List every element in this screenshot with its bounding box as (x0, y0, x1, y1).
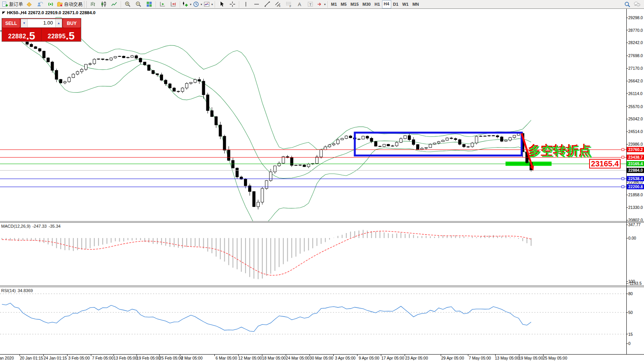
new-order-button[interactable]: 新订单 (1, 0, 24, 8)
auto-scroll-icon (160, 1, 166, 7)
new-chart-dropdown-caret[interactable]: ▾ (190, 3, 191, 6)
toolbar-drag-handle[interactable] (84, 1, 87, 8)
horizontal-line-button[interactable] (251, 0, 262, 8)
market-button[interactable] (24, 0, 35, 8)
price-callout-text: 23165.4 (591, 159, 619, 168)
time-axis-label: 7 Feb 05:00 (92, 356, 114, 360)
chart-title: HK50-,H4 22672.0 22919.0 22671.0 22884.0 (2, 10, 96, 15)
chart-shift-icon (170, 1, 176, 7)
line-handle[interactable] (622, 177, 624, 180)
tile-windows-icon (146, 1, 152, 7)
trendline-icon (264, 1, 270, 7)
line-chart-button[interactable] (109, 0, 120, 8)
crosshair-button[interactable] (227, 0, 238, 8)
volume-decrease-button[interactable]: ▼ (21, 19, 28, 27)
candlestick-chart-button[interactable] (98, 0, 109, 8)
signals-button[interactable] (45, 0, 56, 8)
svg-text:A: A (298, 2, 301, 7)
vertical-line-button[interactable] (240, 0, 251, 8)
timeframe-h4[interactable]: H4 (382, 0, 391, 8)
new-chart-button[interactable]: ▾ (181, 0, 192, 8)
chat-icon[interactable] (634, 1, 641, 7)
trendline-button[interactable] (262, 0, 273, 8)
time-axis-label: 2 Mar 05:00 (181, 356, 203, 360)
fibonacci-button[interactable]: F (283, 0, 294, 8)
line-handle[interactable] (622, 148, 624, 151)
rsi-name: RSI(14) (1, 288, 16, 293)
chart-shift-button[interactable] (168, 0, 179, 8)
text-label-button[interactable]: T (305, 0, 316, 8)
cursor-button[interactable] (216, 0, 227, 8)
timeframe-mn[interactable]: MN (410, 1, 421, 8)
price-tick-label: 28770.0 (628, 28, 643, 33)
time-axis-label: 25 Feb 05:00 (159, 356, 183, 360)
time-axis-label: 17 Apr 05:00 (381, 356, 404, 360)
price-tag-text: 22200.8 (628, 184, 643, 189)
buy-button[interactable]: BUY (63, 19, 81, 28)
chart-ohlc-values: 22672.0 22919.0 22671.0 22884.0 (28, 10, 96, 15)
pivot-annotation[interactable]: 多空转折点 (529, 144, 592, 158)
text-button[interactable]: A (294, 0, 305, 8)
price-tick-label: 27698.0 (628, 53, 643, 58)
timeframe-m1[interactable]: M1 (329, 1, 339, 8)
timeframe-h1[interactable]: H1 (372, 1, 382, 8)
bar-chart-button[interactable] (87, 0, 98, 8)
vertical-line-icon (243, 1, 249, 7)
time-axis-label: 18 Mar 05:00 (262, 356, 286, 360)
line-handle[interactable] (622, 186, 624, 188)
sell-button[interactable]: SELL (2, 19, 20, 28)
candlestick-chart-icon (100, 1, 107, 7)
timeframe-d1[interactable]: D1 (391, 1, 400, 8)
search-icon[interactable] (624, 1, 631, 8)
price-tick-label: 24514.0 (628, 129, 643, 134)
time-axis-label: 3 Feb 05:00 (68, 356, 90, 360)
market-icon (26, 1, 32, 7)
equidistant-channel-button[interactable]: E (273, 0, 283, 8)
timeframe-w1[interactable]: W1 (400, 1, 411, 8)
zoom-in-icon (125, 1, 131, 7)
chart-canvas: 多空转折点多空转折点23165.429298.028770.028242.027… (0, 9, 644, 363)
rsi-axis-label: 100 (628, 279, 635, 284)
time-axis-label: 24 Jan 01:15 (44, 356, 67, 360)
volume-input[interactable]: 1.00 (28, 19, 55, 27)
macd-axis-label: 0.00 (628, 236, 636, 240)
buy-price-button[interactable]: 22895 .5 (42, 28, 81, 41)
arrows-button[interactable]: ▾ (316, 0, 326, 8)
macd-name: MACD(12,26,9) (1, 224, 30, 228)
sell-price-frac: .5 (26, 31, 35, 41)
svg-text:E: E (279, 5, 281, 7)
chart-shift-marker (2, 11, 5, 14)
community-button[interactable] (35, 0, 45, 8)
price-tag-text: 22538.4 (628, 176, 643, 181)
line-chart-icon (111, 1, 117, 7)
volume-increase-button[interactable]: ▲ (55, 19, 62, 27)
timeframe-m5[interactable]: M5 (339, 1, 348, 8)
price-tick-label: 21330.0 (628, 205, 643, 210)
chart-symbol-period: HK50-,H4 (7, 10, 26, 15)
macd-signal-value: -35.34 (49, 224, 61, 228)
timeframe-m30[interactable]: M30 (361, 1, 372, 8)
tile-windows-button[interactable] (144, 0, 155, 8)
main-toolbar: 新订单 自动交易 ▾ ▾ (0, 0, 644, 9)
arrows-dropdown-caret[interactable]: ▾ (324, 3, 326, 6)
sell-price-button[interactable]: 22882 .5 (2, 28, 41, 41)
arrows-icon (316, 1, 323, 7)
volume-box: ▼ 1.00 ▲ (21, 19, 62, 28)
zoom-out-button[interactable] (133, 0, 144, 8)
indicators-button[interactable]: ▾ (203, 0, 214, 8)
bar-chart-icon (90, 1, 96, 7)
time-axis-label: 19 May 05:00 (519, 356, 543, 360)
auto-scroll-button[interactable] (157, 0, 168, 8)
equidistant-channel-icon: E (275, 1, 281, 7)
chart-workspace: 多空转折点多空转折点23165.429298.028770.028242.027… (0, 9, 644, 363)
zoom-in-button[interactable] (122, 0, 133, 8)
line-handle[interactable] (622, 156, 624, 158)
auto-trading-button[interactable]: 自动交易 (56, 0, 83, 8)
timeframe-m15[interactable]: M15 (349, 1, 361, 8)
time-axis-label: 7 May 05:00 (469, 356, 491, 360)
periods-button[interactable]: ▾ (192, 0, 203, 8)
zoom-out-icon (135, 1, 142, 7)
periods-dropdown-caret[interactable]: ▾ (201, 3, 202, 6)
buy-price-frac: .5 (66, 31, 74, 41)
indicators-dropdown-caret[interactable]: ▾ (211, 3, 213, 6)
